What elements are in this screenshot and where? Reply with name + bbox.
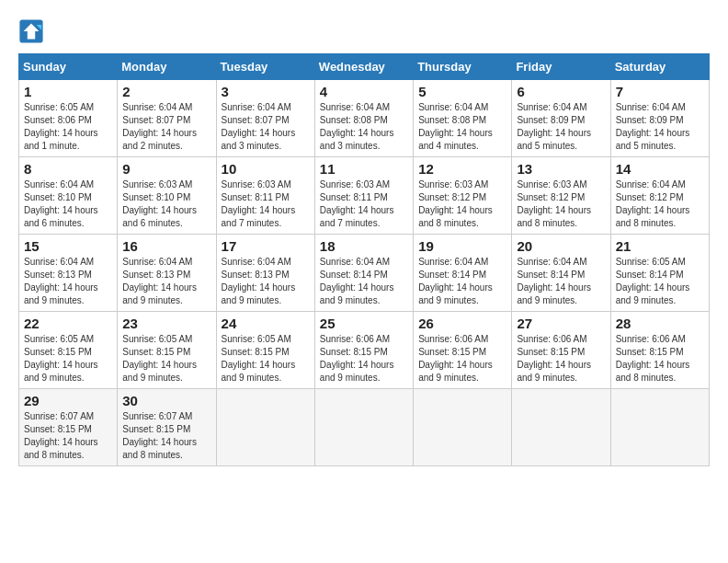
day-number: 2 (122, 84, 210, 99)
calendar-cell: 5 Sunrise: 6:04 AMSunset: 8:08 PMDayligh… (414, 80, 512, 157)
calendar-cell: 10 Sunrise: 6:03 AMSunset: 8:11 PMDaylig… (216, 157, 314, 235)
day-info: Sunrise: 6:06 AMSunset: 8:15 PMDaylight:… (320, 333, 408, 385)
header-friday: Friday (512, 54, 610, 80)
day-info: Sunrise: 6:03 AMSunset: 8:11 PMDaylight:… (222, 178, 310, 230)
day-number: 10 (222, 161, 310, 177)
calendar-cell: 27 Sunrise: 6:06 AMSunset: 8:15 PMDaylig… (512, 312, 610, 389)
day-number: 3 (222, 84, 310, 99)
day-number: 29 (24, 393, 112, 408)
calendar-cell: 18 Sunrise: 6:04 AMSunset: 8:14 PMDaylig… (314, 235, 413, 312)
day-number: 19 (418, 238, 506, 254)
day-info: Sunrise: 6:04 AMSunset: 8:13 PMDaylight:… (122, 256, 210, 307)
calendar-cell: 7 Sunrise: 6:04 AMSunset: 8:09 PMDayligh… (610, 80, 709, 157)
day-number: 16 (122, 238, 210, 254)
day-info: Sunrise: 6:06 AMSunset: 8:15 PMDaylight:… (418, 333, 506, 385)
day-info: Sunrise: 6:05 AMSunset: 8:14 PMDaylight:… (616, 256, 704, 307)
calendar-cell: 15 Sunrise: 6:04 AMSunset: 8:13 PMDaylig… (19, 235, 118, 312)
day-number: 4 (320, 84, 408, 99)
header-wednesday: Wednesday (314, 54, 413, 80)
day-info: Sunrise: 6:04 AMSunset: 8:09 PMDaylight:… (616, 101, 704, 153)
calendar-cell (216, 389, 314, 466)
day-info: Sunrise: 6:04 AMSunset: 8:09 PMDaylight:… (517, 101, 605, 153)
calendar-week-3: 15 Sunrise: 6:04 AMSunset: 8:13 PMDaylig… (19, 235, 710, 312)
day-info: Sunrise: 6:04 AMSunset: 8:07 PMDaylight:… (222, 101, 310, 153)
calendar-cell (610, 389, 709, 466)
header-tuesday: Tuesday (216, 54, 314, 80)
day-info: Sunrise: 6:06 AMSunset: 8:15 PMDaylight:… (517, 333, 605, 385)
day-info: Sunrise: 6:04 AMSunset: 8:14 PMDaylight:… (320, 256, 408, 307)
day-info: Sunrise: 6:05 AMSunset: 8:15 PMDaylight:… (122, 333, 210, 385)
calendar-cell: 11 Sunrise: 6:03 AMSunset: 8:11 PMDaylig… (314, 157, 413, 235)
calendar-cell: 22 Sunrise: 6:05 AMSunset: 8:15 PMDaylig… (19, 312, 118, 389)
calendar-week-2: 8 Sunrise: 6:04 AMSunset: 8:10 PMDayligh… (19, 157, 710, 235)
day-number: 5 (418, 84, 506, 99)
day-info: Sunrise: 6:06 AMSunset: 8:15 PMDaylight:… (616, 333, 704, 385)
calendar-cell: 28 Sunrise: 6:06 AMSunset: 8:15 PMDaylig… (610, 312, 709, 389)
calendar-cell: 3 Sunrise: 6:04 AMSunset: 8:07 PMDayligh… (216, 80, 314, 157)
calendar-cell: 24 Sunrise: 6:05 AMSunset: 8:15 PMDaylig… (216, 312, 314, 389)
day-number: 30 (122, 393, 210, 408)
day-info: Sunrise: 6:04 AMSunset: 8:13 PMDaylight:… (222, 256, 310, 307)
calendar-cell: 23 Sunrise: 6:05 AMSunset: 8:15 PMDaylig… (118, 312, 216, 389)
day-info: Sunrise: 6:03 AMSunset: 8:12 PMDaylight:… (517, 178, 605, 230)
header-sunday: Sunday (19, 54, 118, 80)
day-info: Sunrise: 6:04 AMSunset: 8:08 PMDaylight:… (418, 101, 506, 153)
day-number: 22 (24, 316, 112, 331)
day-info: Sunrise: 6:04 AMSunset: 8:07 PMDaylight:… (122, 101, 210, 153)
day-number: 21 (616, 238, 704, 254)
day-number: 24 (222, 316, 310, 331)
day-number: 28 (616, 316, 704, 331)
day-info: Sunrise: 6:07 AMSunset: 8:15 PMDaylight:… (24, 410, 112, 462)
calendar-cell (314, 389, 413, 466)
header-thursday: Thursday (414, 54, 512, 80)
calendar-cell: 4 Sunrise: 6:04 AMSunset: 8:08 PMDayligh… (314, 80, 413, 157)
day-number: 17 (222, 238, 310, 254)
calendar-cell: 14 Sunrise: 6:04 AMSunset: 8:12 PMDaylig… (610, 157, 709, 235)
day-number: 15 (24, 238, 112, 254)
day-info: Sunrise: 6:05 AMSunset: 8:15 PMDaylight:… (222, 333, 310, 385)
day-info: Sunrise: 6:07 AMSunset: 8:15 PMDaylight:… (122, 410, 210, 462)
day-info: Sunrise: 6:03 AMSunset: 8:11 PMDaylight:… (320, 178, 408, 230)
day-info: Sunrise: 6:04 AMSunset: 8:14 PMDaylight:… (517, 256, 605, 307)
day-info: Sunrise: 6:04 AMSunset: 8:12 PMDaylight:… (616, 178, 704, 230)
calendar-cell: 25 Sunrise: 6:06 AMSunset: 8:15 PMDaylig… (314, 312, 413, 389)
day-number: 13 (517, 161, 605, 177)
day-info: Sunrise: 6:04 AMSunset: 8:13 PMDaylight:… (24, 256, 112, 307)
day-number: 8 (24, 161, 112, 177)
day-number: 14 (616, 161, 704, 177)
calendar-cell: 9 Sunrise: 6:03 AMSunset: 8:10 PMDayligh… (118, 157, 216, 235)
calendar-cell: 16 Sunrise: 6:04 AMSunset: 8:13 PMDaylig… (118, 235, 216, 312)
day-info: Sunrise: 6:05 AMSunset: 8:15 PMDaylight:… (24, 333, 112, 385)
day-info: Sunrise: 6:05 AMSunset: 8:06 PMDaylight:… (24, 101, 112, 153)
day-info: Sunrise: 6:03 AMSunset: 8:12 PMDaylight:… (418, 178, 506, 230)
calendar-table: SundayMondayTuesdayWednesdayThursdayFrid… (18, 53, 710, 466)
calendar-cell (414, 389, 512, 466)
logo-icon (18, 18, 44, 44)
calendar-week-4: 22 Sunrise: 6:05 AMSunset: 8:15 PMDaylig… (19, 312, 710, 389)
day-number: 27 (517, 316, 605, 331)
day-number: 25 (320, 316, 408, 331)
day-number: 20 (517, 238, 605, 254)
calendar-cell: 13 Sunrise: 6:03 AMSunset: 8:12 PMDaylig… (512, 157, 610, 235)
calendar-header-row: SundayMondayTuesdayWednesdayThursdayFrid… (19, 54, 710, 80)
calendar-cell: 2 Sunrise: 6:04 AMSunset: 8:07 PMDayligh… (118, 80, 216, 157)
header-monday: Monday (118, 54, 216, 80)
calendar-cell: 17 Sunrise: 6:04 AMSunset: 8:13 PMDaylig… (216, 235, 314, 312)
day-number: 18 (320, 238, 408, 254)
day-number: 9 (122, 161, 210, 177)
day-number: 23 (122, 316, 210, 331)
calendar-week-1: 1 Sunrise: 6:05 AMSunset: 8:06 PMDayligh… (19, 80, 710, 157)
calendar-cell: 8 Sunrise: 6:04 AMSunset: 8:10 PMDayligh… (19, 157, 118, 235)
day-number: 7 (616, 84, 704, 99)
day-number: 26 (418, 316, 506, 331)
calendar-cell: 29 Sunrise: 6:07 AMSunset: 8:15 PMDaylig… (19, 389, 118, 466)
day-info: Sunrise: 6:04 AMSunset: 8:10 PMDaylight:… (24, 178, 112, 230)
day-number: 1 (24, 84, 112, 99)
calendar-cell (512, 389, 610, 466)
day-info: Sunrise: 6:04 AMSunset: 8:08 PMDaylight:… (320, 101, 408, 153)
page-header (18, 18, 710, 44)
day-info: Sunrise: 6:04 AMSunset: 8:14 PMDaylight:… (418, 256, 506, 307)
header-saturday: Saturday (610, 54, 709, 80)
day-number: 11 (320, 161, 408, 177)
calendar-cell: 30 Sunrise: 6:07 AMSunset: 8:15 PMDaylig… (118, 389, 216, 466)
